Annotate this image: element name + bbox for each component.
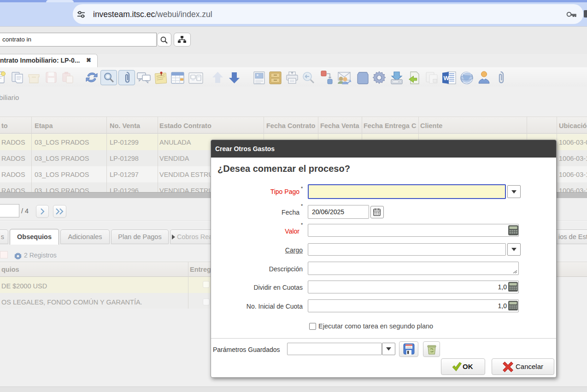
svg-text:W: W [444, 75, 450, 82]
